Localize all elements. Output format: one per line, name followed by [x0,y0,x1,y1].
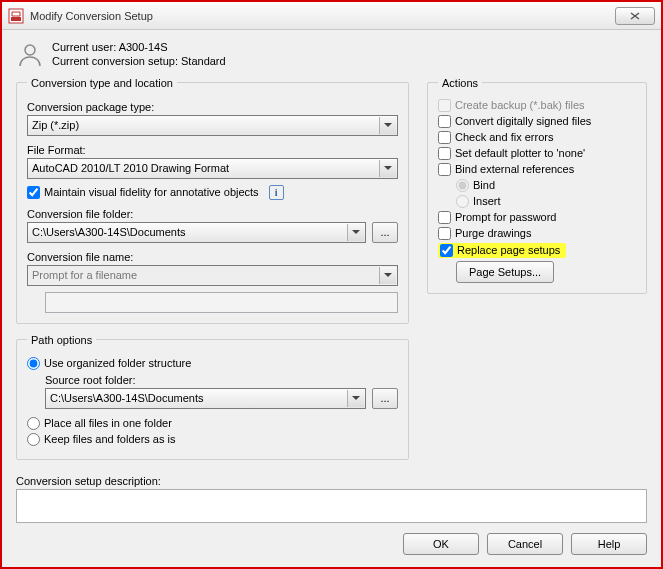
current-user-label: Current user: A300-14S [52,40,226,54]
user-info-row: Current user: A300-14S Current conversio… [16,40,647,69]
bind-external-label: Bind external references [455,163,574,175]
insert-radio [456,195,469,208]
chevron-down-icon [347,224,364,241]
ok-button[interactable]: OK [403,533,479,555]
app-icon [8,8,24,24]
page-setups-button[interactable]: Page Setups... [456,261,554,283]
path-options-legend: Path options [27,334,96,346]
conversion-folder-select[interactable]: C:\Users\A300-14S\Documents [27,222,366,243]
prompt-password-checkbox[interactable] [438,211,451,224]
check-fix-label: Check and fix errors [455,131,553,143]
prompt-password-label: Prompt for password [455,211,556,223]
conversion-folder-value: C:\Users\A300-14S\Documents [32,226,185,238]
chevron-down-icon [347,390,364,407]
close-icon [630,12,640,20]
purge-drawings-label: Purge drawings [455,227,531,239]
source-root-select[interactable]: C:\Users\A300-14S\Documents [45,388,366,409]
current-setup-label: Current conversion setup: Standard [52,54,226,68]
conversion-name-input [45,292,398,313]
chevron-down-icon [379,160,396,177]
conversion-name-label: Conversion file name: [27,251,398,263]
keep-as-is-label: Keep files and folders as is [44,433,175,445]
browse-source-button[interactable]: ... [372,388,398,409]
replace-page-setups-checkbox[interactable] [440,244,453,257]
conversion-name-select[interactable]: Prompt for a filename [27,265,398,286]
type-location-legend: Conversion type and location [27,77,177,89]
description-input[interactable] [16,489,647,523]
visual-fidelity-checkbox[interactable] [27,186,40,199]
titlebar: Modify Conversion Setup [2,2,661,30]
package-type-label: Conversion package type: [27,101,398,113]
purge-drawings-checkbox[interactable] [438,227,451,240]
cancel-button[interactable]: Cancel [487,533,563,555]
package-type-select[interactable]: Zip (*.zip) [27,115,398,136]
dialog-window: Modify Conversion Setup Current user: A3… [2,2,661,567]
svg-rect-1 [11,17,21,21]
default-plotter-label: Set default plotter to 'none' [455,147,585,159]
conversion-name-value: Prompt for a filename [32,269,137,281]
actions-legend: Actions [438,77,482,89]
browse-folder-button[interactable]: ... [372,222,398,243]
chevron-down-icon [379,117,396,134]
bind-external-checkbox[interactable] [438,163,451,176]
dialog-footer: OK Cancel Help [2,523,661,567]
place-one-folder-label: Place all files in one folder [44,417,172,429]
conversion-folder-label: Conversion file folder: [27,208,398,220]
bind-radio [456,179,469,192]
description-label: Conversion setup description: [16,475,647,487]
file-format-select[interactable]: AutoCAD 2010/LT 2010 Drawing Format [27,158,398,179]
insert-label: Insert [473,195,501,207]
info-icon[interactable]: i [269,185,284,200]
use-organized-radio[interactable] [27,357,40,370]
default-plotter-checkbox[interactable] [438,147,451,160]
chevron-down-icon [379,267,396,284]
file-format-label: File Format: [27,144,398,156]
bind-label: Bind [473,179,495,191]
file-format-value: AutoCAD 2010/LT 2010 Drawing Format [32,162,229,174]
source-root-label: Source root folder: [45,374,398,386]
visual-fidelity-label: Maintain visual fidelity for annotative … [44,186,259,198]
create-backup-label: Create backup (*.bak) files [455,99,585,111]
help-button[interactable]: Help [571,533,647,555]
actions-group: Actions Create backup (*.bak) files Conv… [427,77,647,294]
user-icon [16,40,44,68]
svg-point-2 [25,45,35,55]
convert-signed-label: Convert digitally signed files [455,115,591,127]
source-root-value: C:\Users\A300-14S\Documents [50,392,203,404]
place-one-folder-radio[interactable] [27,417,40,430]
package-type-value: Zip (*.zip) [32,119,79,131]
convert-signed-checkbox[interactable] [438,115,451,128]
use-organized-label: Use organized folder structure [44,357,191,369]
type-location-group: Conversion type and location Conversion … [16,77,409,324]
path-options-group: Path options Use organized folder struct… [16,334,409,460]
replace-page-setups-label: Replace page setups [457,244,560,256]
keep-as-is-radio[interactable] [27,433,40,446]
create-backup-checkbox [438,99,451,112]
check-fix-checkbox[interactable] [438,131,451,144]
close-button[interactable] [615,7,655,25]
window-title: Modify Conversion Setup [30,10,615,22]
